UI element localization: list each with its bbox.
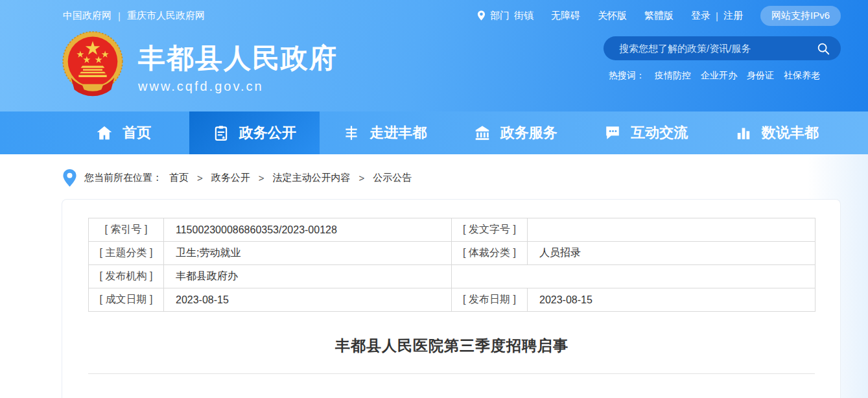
dept-town-group: 部门 街镇 xyxy=(477,10,534,22)
nav-label: 首页 xyxy=(123,123,151,143)
nav-label: 政务服务 xyxy=(500,123,557,143)
chat-icon xyxy=(604,124,621,141)
nav-label: 数说丰都 xyxy=(762,123,819,143)
table-row: [ 成文日期 ] 2023-08-15 [ 发布日期 ] 2023-08-15 xyxy=(89,288,815,312)
care-version-link[interactable]: 关怀版 xyxy=(598,10,627,22)
hot-search-words: 热搜词： 疫情防控 企业开办 身份证 社保养老 xyxy=(604,70,841,82)
meta-value-written-date: 2023-08-15 xyxy=(164,288,452,312)
article-title: 丰都县人民医院第三季度招聘启事 xyxy=(88,336,815,356)
meta-cell-empty xyxy=(452,265,815,288)
meta-value-index-no: 115002300086860353/2023-00128 xyxy=(164,218,452,242)
search-input[interactable] xyxy=(619,43,816,54)
breadcrumb-separator: > xyxy=(359,172,365,183)
header-main: 丰都县人民政府 www.cqfd.gov.cn 热搜词： 疫情防控 企业开办 身… xyxy=(0,25,868,100)
meta-value-subject: 卫生;劳动就业 xyxy=(164,242,452,265)
meta-value-doc-no xyxy=(528,218,815,242)
gov-building-icon xyxy=(474,124,491,141)
breadcrumb-gov-affairs[interactable]: 政务公开 xyxy=(211,172,250,184)
meta-label-genre: [ 体裁分类 ] xyxy=(452,242,528,265)
hot-word-link[interactable]: 企业开办 xyxy=(701,70,737,82)
login-register-group: 登录 | 注册 xyxy=(691,10,743,22)
hot-word-link[interactable]: 身份证 xyxy=(747,70,774,82)
document-icon xyxy=(213,124,229,141)
site-header: 中国政府网 | 重庆市人民政府网 部门 街镇 无障碍 关怀版 繁體版 登录 | … xyxy=(0,0,868,111)
meta-value-issuer: 丰都县政府办 xyxy=(164,265,452,288)
national-emblem-icon xyxy=(60,29,125,100)
top-utility-bar: 中国政府网 | 重庆市人民政府网 部门 街镇 无障碍 关怀版 繁體版 登录 | … xyxy=(0,0,868,25)
title-divider xyxy=(88,373,815,374)
utility-links: 部门 街镇 无障碍 关怀版 繁體版 登录 | 注册 网站支持IPv6 xyxy=(477,6,841,26)
search-bar xyxy=(604,36,841,60)
nav-item-gov-services[interactable]: 政务服务 xyxy=(451,111,581,154)
nav-item-data-fengdu[interactable]: 数说丰都 xyxy=(712,111,843,154)
breadcrumb-pin-icon xyxy=(62,169,77,187)
home-icon xyxy=(96,124,113,141)
dept-link[interactable]: 部门 xyxy=(490,10,510,22)
page-content: 您当前所在位置： 首页 > 政务公开 > 法定主动公开内容 > 公示公告 [ 索… xyxy=(0,154,868,398)
breadcrumb-disclosure[interactable]: 法定主动公开内容 xyxy=(273,172,351,184)
site-title: 丰都县人民政府 xyxy=(138,43,338,73)
breadcrumb-home[interactable]: 首页 xyxy=(169,172,189,184)
table-row: [ 索引号 ] 115002300086860353/2023-00128 [ … xyxy=(89,218,815,242)
meta-label-written-date: [ 成文日期 ] xyxy=(89,288,164,312)
table-row: [ 发布机构 ] 丰都县政府办 xyxy=(89,265,815,288)
nav-item-home[interactable]: 首页 xyxy=(58,111,189,154)
traditional-chinese-link[interactable]: 繁體版 xyxy=(644,10,674,22)
breadcrumb-separator: > xyxy=(197,172,203,183)
hot-word-link[interactable]: 社保养老 xyxy=(784,70,820,82)
separator: | xyxy=(716,10,718,21)
separator: | xyxy=(118,10,121,21)
main-nav: 首页 政务公开 走进丰都 政务服务 互动交流 xyxy=(0,111,868,154)
chongqing-gov-link[interactable]: 重庆市人民政府网 xyxy=(127,10,205,22)
breadcrumb: 您当前所在位置： 首页 > 政务公开 > 法定主动公开内容 > 公示公告 xyxy=(0,154,868,199)
seal-icon xyxy=(343,124,360,141)
article-card: [ 索引号 ] 115002300086860353/2023-00128 [ … xyxy=(62,199,841,398)
nav-label: 互动交流 xyxy=(631,123,688,143)
meta-label-subject: [ 主题分类 ] xyxy=(89,242,164,265)
bar-chart-icon xyxy=(735,124,752,141)
breadcrumb-separator: > xyxy=(259,172,264,183)
hot-words-label: 热搜词： xyxy=(609,70,645,82)
table-row: [ 主题分类 ] 卫生;劳动就业 [ 体裁分类 ] 人员招录 xyxy=(89,242,815,265)
document-meta-table: [ 索引号 ] 115002300086860353/2023-00128 [ … xyxy=(88,218,815,312)
search-icon[interactable] xyxy=(816,41,830,56)
site-url: www.cqfd.gov.cn xyxy=(138,79,338,94)
meta-label-publish-date: [ 发布日期 ] xyxy=(452,288,528,312)
nav-item-gov-affairs[interactable]: 政务公开 xyxy=(189,111,320,154)
ipv6-support-badge[interactable]: 网站支持IPv6 xyxy=(760,6,841,26)
meta-label-index-no: [ 索引号 ] xyxy=(89,218,164,242)
location-pin-icon xyxy=(477,10,486,21)
breadcrumb-announcements[interactable]: 公示公告 xyxy=(373,172,412,184)
meta-value-genre: 人员招录 xyxy=(528,242,815,265)
nav-item-visit-fengdu[interactable]: 走进丰都 xyxy=(320,111,451,154)
china-gov-link[interactable]: 中国政府网 xyxy=(63,10,111,22)
site-identity: 丰都县人民政府 www.cqfd.gov.cn xyxy=(138,43,338,94)
breadcrumb-prefix: 您当前所在位置： xyxy=(84,172,162,184)
register-link[interactable]: 注册 xyxy=(723,10,743,22)
meta-value-publish-date: 2023-08-15 xyxy=(528,288,815,312)
hot-word-link[interactable]: 疫情防控 xyxy=(655,70,691,82)
town-link[interactable]: 街镇 xyxy=(514,10,534,22)
login-link[interactable]: 登录 xyxy=(691,10,710,22)
meta-label-issuer: [ 发布机构 ] xyxy=(89,265,164,288)
gov-links: 中国政府网 | 重庆市人民政府网 xyxy=(63,10,205,22)
meta-label-doc-no: [ 发文字号 ] xyxy=(452,218,528,242)
search-area: 热搜词： 疫情防控 企业开办 身份证 社保养老 xyxy=(604,36,841,82)
nav-label: 走进丰都 xyxy=(369,123,427,143)
nav-item-interaction[interactable]: 互动交流 xyxy=(581,111,712,154)
site-logo-link[interactable]: 丰都县人民政府 www.cqfd.gov.cn xyxy=(60,29,338,100)
accessibility-link[interactable]: 无障碍 xyxy=(551,10,580,22)
nav-label: 政务公开 xyxy=(239,123,296,143)
